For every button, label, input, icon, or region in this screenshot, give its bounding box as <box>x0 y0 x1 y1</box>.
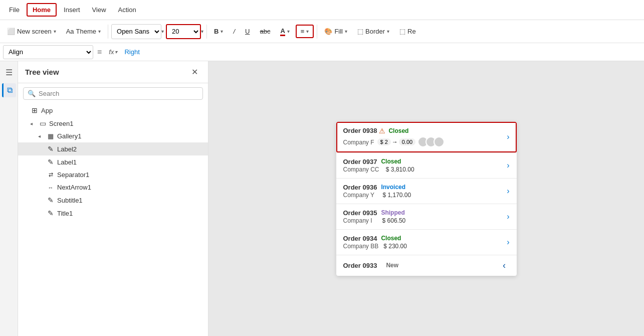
tree-panel: Tree view ✕ 🔍 ⊞ App ◂ ▭ Screen1 ◂ ▦ <box>18 61 208 336</box>
italic-button[interactable]: / <box>229 26 239 37</box>
subtitle1-icon: ✎ <box>46 196 55 204</box>
tree-item-gallery1[interactable]: ◂ ▦ Gallery1 <box>18 130 208 142</box>
row6-top: Order 0933 New <box>343 262 503 269</box>
fill-label: Fill <box>334 28 343 35</box>
main-area: ☰ ⧉ Tree view ✕ 🔍 ⊞ App ◂ ▭ Screen1 <box>0 61 644 336</box>
border-button[interactable]: ⬚ Border ▾ <box>353 26 393 37</box>
tree-title: Tree view <box>25 68 59 76</box>
search-input[interactable] <box>39 90 198 97</box>
row2-top: Order 0937 Closed <box>343 158 503 165</box>
row1-circles <box>417 136 445 147</box>
left-icon-layers[interactable]: ⧉ <box>2 83 16 97</box>
gallery-row-4[interactable]: Order 0935 Shipped Company I $ 606.50 › <box>336 204 517 230</box>
row3-order: Order 0936 <box>343 184 377 191</box>
gallery-row-5[interactable]: Order 0934 Closed Company BB $ 230.00 › <box>336 230 517 255</box>
row1-top: Order 0938 ⚠ Closed <box>343 127 503 135</box>
bold-icon: B <box>214 28 219 35</box>
row5-content: Order 0934 Closed Company BB $ 230.00 <box>343 235 503 250</box>
new-screen-button[interactable]: ⬜ New screen ▾ <box>3 26 60 37</box>
formula-bar: Align = fx ▾ Right <box>0 43 644 61</box>
row1-warning-icon: ⚠ <box>379 127 385 135</box>
theme-button[interactable]: Aa Theme ▾ <box>62 26 105 37</box>
row1-amount-pill: $ 2 <box>377 138 391 145</box>
strikethrough-icon: abc <box>260 28 270 35</box>
row4-company: Company I $ 606.50 <box>343 217 406 224</box>
font-color-button[interactable]: A ▾ <box>276 25 293 38</box>
fx-label: fx <box>109 48 114 56</box>
fx-chevron-icon: ▾ <box>115 49 117 55</box>
tree-item-label2[interactable]: ✎ Label2 <box>18 142 208 155</box>
tree-item-app[interactable]: ⊞ App <box>18 104 208 117</box>
gallery-row-1[interactable]: Order 0938 ⚠ Closed Company F $ 2 → 0.00 <box>336 122 517 153</box>
re-icon: ⬚ <box>399 28 405 35</box>
underline-button[interactable]: U <box>241 26 254 37</box>
tree-item-nextarrow1[interactable]: ↔ NextArrow1 <box>18 181 208 194</box>
row5-chevron-icon: › <box>503 238 509 247</box>
new-screen-icon: ⬜ <box>7 28 15 35</box>
border-chevron-icon: ▾ <box>387 29 389 34</box>
underline-icon: U <box>245 28 250 35</box>
theme-chevron-icon: ▾ <box>98 29 101 34</box>
circle3 <box>434 136 445 147</box>
tree-close-button[interactable]: ✕ <box>188 66 201 78</box>
gallery-row-3[interactable]: Order 0936 Invoiced Company Y $ 1,170.00… <box>336 179 517 204</box>
re-button[interactable]: ⬚ Re <box>395 26 420 37</box>
font-chevron-icon: ▾ <box>161 29 164 34</box>
gallery-row-2[interactable]: Order 0937 Closed Company CC $ 3,810.00 … <box>336 153 517 179</box>
menu-action[interactable]: Action <box>113 4 141 16</box>
label2-icon: ✎ <box>46 145 55 153</box>
row4-content: Order 0935 Shipped Company I $ 606.50 <box>343 209 503 224</box>
row2-content: Order 0937 Closed Company CC $ 3,810.00 <box>343 158 503 173</box>
font-size-select[interactable]: 20 <box>166 24 201 39</box>
tree-item-label-gallery1: Gallery1 <box>57 132 81 140</box>
menu-insert[interactable]: Insert <box>59 4 85 16</box>
font-select[interactable]: Open Sans <box>111 24 161 39</box>
menu-home[interactable]: Home <box>27 3 57 17</box>
tree-item-screen1[interactable]: ◂ ▭ Screen1 <box>18 117 208 130</box>
new-screen-label: New screen <box>17 28 52 35</box>
row3-status: Invoiced <box>381 184 405 191</box>
row3-top: Order 0936 Invoiced <box>343 184 503 191</box>
fx-button[interactable]: fx ▾ <box>106 48 120 56</box>
screen-icon: ▭ <box>38 119 47 127</box>
gallery-row-6[interactable]: Order 0933 New › <box>336 255 517 276</box>
menu-file[interactable]: File <box>4 4 25 16</box>
row2-chevron-icon: › <box>503 161 509 170</box>
nextarrow1-icon: ↔ <box>46 185 55 191</box>
property-select[interactable]: Align <box>3 45 93 59</box>
row1-company: Company F <box>343 139 374 146</box>
tree-item-label1[interactable]: ✎ Label1 <box>18 155 208 169</box>
tree-item-subtitle1[interactable]: ✎ Subtitle1 <box>18 194 208 207</box>
gallery-icon: ▦ <box>46 132 55 140</box>
tree-item-title1[interactable]: ✎ Title1 <box>18 207 208 220</box>
tree-item-separator1[interactable]: ⇄ Separator1 <box>18 169 208 181</box>
border-icon: ⬚ <box>357 28 363 35</box>
search-icon: 🔍 <box>28 90 36 97</box>
re-label: Re <box>407 28 416 35</box>
menu-bar: File Home Insert View Action <box>0 0 644 20</box>
left-sidebar: ☰ ⧉ <box>0 61 18 336</box>
canvas-area: Order 0938 ⚠ Closed Company F $ 2 → 0.00 <box>208 61 644 336</box>
toolbar-divider-3 <box>317 25 317 39</box>
theme-label: Theme <box>76 28 96 35</box>
row5-top: Order 0934 Closed <box>343 235 503 242</box>
toolbar-divider-2 <box>206 25 207 39</box>
bold-button[interactable]: B ▾ <box>210 26 227 37</box>
row5-order: Order 0934 <box>343 235 377 242</box>
tree-item-label-label2: Label2 <box>57 145 77 153</box>
tree-item-label-label1: Label1 <box>57 158 77 166</box>
row2-company: Company CC $ 3,810.00 <box>343 166 414 173</box>
row5-company: Company BB $ 230.00 <box>343 243 407 250</box>
align-icon: ≡ <box>301 28 305 35</box>
strikethrough-button[interactable]: abc <box>256 26 274 37</box>
toolbar-divider-1 <box>108 25 108 39</box>
screen1-expand-icon: ◂ <box>30 121 36 126</box>
fill-icon: 🎨 <box>324 28 332 35</box>
tree-item-label-nextarrow1: NextArrow1 <box>57 184 91 191</box>
left-icon-hamburger[interactable]: ☰ <box>2 65 16 79</box>
align-button[interactable]: ≡ ▾ <box>296 25 314 38</box>
title1-icon: ✎ <box>46 209 55 217</box>
menu-view[interactable]: View <box>87 4 111 16</box>
fill-button[interactable]: 🎨 Fill ▾ <box>320 26 351 37</box>
tree-item-label-separator1: Separator1 <box>57 171 89 179</box>
